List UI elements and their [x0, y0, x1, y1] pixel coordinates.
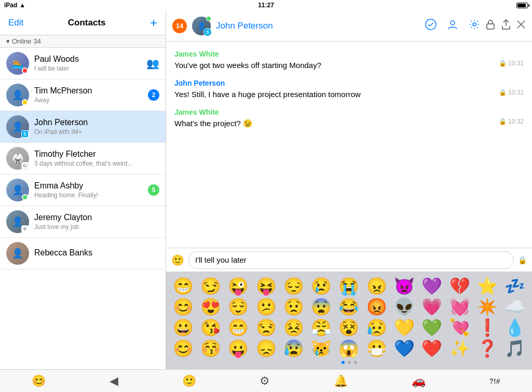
emoji-cell[interactable]: 😥: [364, 318, 389, 337]
emoji-cell[interactable]: 💤: [502, 277, 528, 295]
emoji-cell[interactable]: 😭: [336, 277, 362, 295]
contact-item-jeremy[interactable]: 👤 ❄ Jeremy Clayton Just love my job: [0, 206, 166, 238]
emoji-cell[interactable]: 😁: [226, 318, 251, 337]
emoji-cell[interactable]: 😚: [198, 339, 223, 358]
contact-status-paul: I will be later: [34, 65, 146, 72]
emoji-cell[interactable]: 😏: [198, 277, 223, 295]
edit-button[interactable]: Edit: [8, 18, 23, 28]
emoji-cell[interactable]: ❗: [474, 318, 500, 337]
toolbar-symbols-button[interactable]: ?!#: [489, 377, 500, 385]
emoji-input-button[interactable]: 🙂: [171, 254, 184, 266]
emoji-cell[interactable]: ❓: [474, 339, 500, 358]
toolbar-keyboard-button[interactable]: 🙂: [182, 374, 196, 388]
contact-info-button[interactable]: [447, 19, 458, 33]
add-contact-button[interactable]: +: [150, 17, 157, 29]
emoji-cell[interactable]: 😡: [364, 298, 389, 316]
emoji-cell[interactable]: 💜: [419, 277, 445, 295]
emoji-dot-2[interactable]: [348, 361, 351, 364]
emoji-cell[interactable]: 😷: [364, 339, 389, 358]
contact-item-rebecca[interactable]: 👤 Rebecca Banks: [0, 238, 166, 269]
emoji-cell[interactable]: 💘: [447, 318, 472, 337]
emoji-cell[interactable]: 😞: [253, 339, 279, 358]
svg-point-0: [426, 19, 436, 30]
emoji-cell[interactable]: 😘: [198, 318, 223, 337]
toolbar-settings-button[interactable]: ⚙: [260, 374, 270, 388]
emoji-dot-3[interactable]: [354, 361, 357, 364]
emoji-cell[interactable]: 😤: [309, 318, 334, 337]
checkmark-button[interactable]: [425, 19, 436, 33]
contact-name-emma: Emma Ashby: [34, 181, 148, 191]
contact-item-timothy[interactable]: 🥋 G Timothy Fletcher 3 days without coff…: [0, 143, 166, 174]
emoji-cell[interactable]: 💧: [502, 318, 528, 337]
settings-button[interactable]: [469, 19, 480, 33]
emoji-cell[interactable]: 👽: [391, 298, 417, 316]
emoji-cell[interactable]: 😣: [281, 318, 306, 337]
emoji-cell[interactable]: 💗: [419, 298, 445, 316]
emoji-cell[interactable]: ✴️: [474, 298, 500, 316]
avatar-wrap-tim: 👤: [6, 84, 29, 106]
emoji-cell[interactable]: ☁️: [502, 298, 528, 316]
message-sender: John Peterson: [174, 79, 524, 87]
emoji-cell[interactable]: 💙: [391, 339, 417, 358]
emoji-cell[interactable]: 😌: [226, 298, 251, 316]
emoji-cell[interactable]: 😠: [364, 277, 389, 295]
emoji-cell[interactable]: 💛: [391, 318, 417, 337]
emoji-cell[interactable]: 🎵: [502, 339, 528, 358]
emoji-cell[interactable]: 😿: [309, 339, 334, 358]
avatar-wrap-rebecca: 👤: [6, 242, 29, 265]
emoji-cell[interactable]: 😵: [336, 318, 362, 337]
message-time: 🔒 10:31: [499, 60, 524, 67]
emoji-cell[interactable]: 😰: [281, 339, 306, 358]
emoji-cell[interactable]: 😝: [253, 277, 279, 295]
emoji-cell[interactable]: 😜: [226, 277, 251, 295]
chat-input-bar: 🙂 🔒: [166, 248, 532, 272]
close-button[interactable]: [516, 20, 526, 32]
contact-item-paul[interactable]: 🏊 Paul Woods I will be later 👥: [0, 48, 166, 79]
emoji-cell[interactable]: 😛: [226, 339, 251, 358]
contact-item-emma[interactable]: 👤 Emma Ashby Heading home. Finally! 5: [0, 174, 166, 206]
contact-status-tim: Away: [34, 97, 148, 104]
emoji-cell[interactable]: 😕: [253, 298, 279, 316]
emoji-cell[interactable]: 😊: [170, 339, 196, 358]
avatar-wrap-paul: 🏊: [6, 52, 29, 75]
emoji-cell[interactable]: 😟: [281, 298, 306, 316]
emoji-cell[interactable]: 😀: [170, 318, 196, 337]
emoji-cell[interactable]: 😱: [336, 339, 362, 358]
contact-item-tim[interactable]: 👤 Tim McPherson Away 2: [0, 79, 166, 111]
emoji-cell[interactable]: 💚: [419, 318, 445, 337]
emoji-cell[interactable]: 👿: [391, 277, 417, 295]
emoji-cell[interactable]: 😊: [170, 298, 196, 316]
toolbar-themes-button[interactable]: 🚗: [412, 374, 426, 388]
contact-item-john[interactable]: 👤 S John Peterson On iPad with IM+: [0, 111, 166, 143]
emoji-cell[interactable]: 😢: [309, 277, 334, 295]
lock-button[interactable]: [485, 19, 496, 33]
message-sender: James White: [174, 50, 524, 58]
emoji-cell[interactable]: 😂: [336, 298, 362, 316]
status-dot-tim: [22, 99, 28, 105]
wifi-icon: ▲: [19, 2, 25, 9]
emoji-cell[interactable]: 😨: [309, 298, 334, 316]
share-button[interactable]: [501, 19, 511, 33]
emoji-cell[interactable]: 💓: [447, 298, 472, 316]
toolbar-back-button[interactable]: ◀: [110, 374, 118, 388]
notification-badge: 14: [172, 19, 187, 33]
emoji-dot-1[interactable]: [342, 361, 345, 364]
emoji-cell[interactable]: 😁: [170, 277, 196, 295]
svg-point-2: [473, 23, 476, 26]
emoji-cell[interactable]: 💔: [447, 277, 472, 295]
emoji-cell[interactable]: 😒: [253, 318, 279, 337]
emoji-cell[interactable]: ⭐: [474, 277, 500, 295]
avatar-wrap-timothy: 🥋 G: [6, 147, 29, 170]
status-bar: iPad ▲ 11:27: [0, 0, 532, 10]
left-panel: Edit Contacts + ▾ Online 34 🏊 Paul Woods…: [0, 10, 166, 369]
emoji-cell[interactable]: 😍: [198, 298, 223, 316]
contact-name-jeremy: Jeremy Clayton: [34, 213, 159, 222]
toolbar-emoji-button[interactable]: 😊: [32, 374, 46, 388]
chat-online-dot: [206, 16, 211, 21]
emoji-cell[interactable]: ❤️: [419, 339, 445, 358]
toolbar-notifications-button[interactable]: 🔔: [334, 374, 348, 388]
emoji-cell[interactable]: 😔: [281, 277, 306, 295]
emoji-cell[interactable]: ✨: [447, 339, 472, 358]
message-input[interactable]: [188, 251, 514, 269]
contacts-title: Contacts: [68, 18, 106, 28]
